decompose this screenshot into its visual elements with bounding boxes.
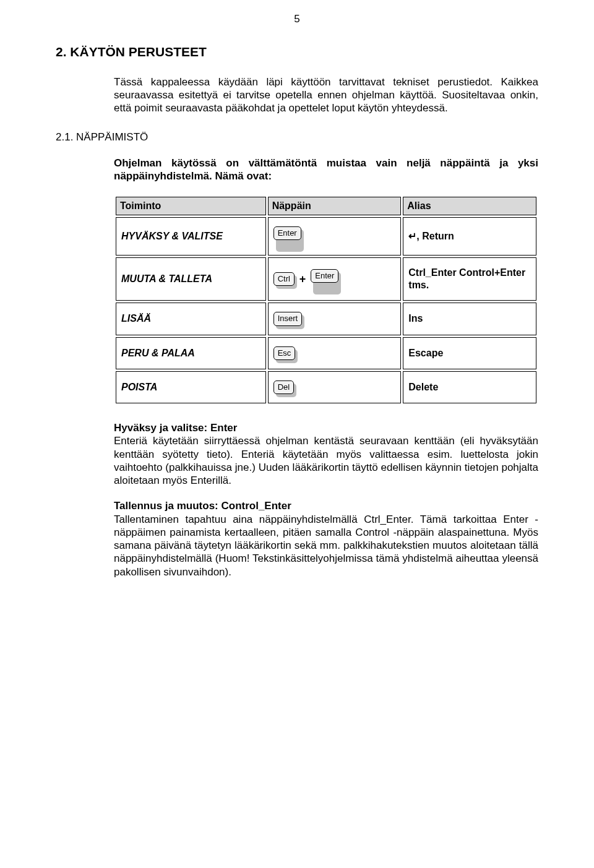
keycap-label: Del (273, 380, 295, 394)
th-action: Toiminto (116, 197, 266, 215)
th-alias: Alias (403, 197, 536, 215)
cell-action: LISÄÄ (116, 303, 266, 335)
table-row: POISTADelDelete (116, 371, 536, 403)
cell-key: Ctrl+Enter (268, 257, 402, 301)
keycap-icon: Ctrl (273, 272, 295, 286)
cell-action: PERU & PALAA (116, 337, 266, 369)
keycap-icon: Enter (311, 269, 338, 283)
cell-alias: Ins (403, 303, 536, 335)
keycap-label: Enter (273, 226, 301, 240)
page-title: 2. KÄYTÖN PERUSTEET (56, 44, 538, 60)
body-heading: Hyväksy ja valitse: Enter (114, 421, 538, 434)
keycap-icon: Insert (273, 312, 303, 325)
th-key: Näppäin (268, 197, 402, 215)
page-number: 5 (56, 12, 538, 25)
keycap-label: Esc (273, 346, 296, 360)
section-heading: 2.1. NÄPPÄIMISTÖ (56, 131, 538, 144)
table-row: MUUTA & TALLETACtrl+EnterCtrl_Enter Cont… (116, 257, 536, 301)
keycap-icon: Esc (273, 346, 296, 360)
table-row: PERU & PALAAEscEscape (116, 337, 536, 369)
body-heading: Tallennus ja muutos: Control_Enter (114, 499, 538, 512)
table-row: LISÄÄInsertIns (116, 303, 536, 335)
table-row: HYVÄKSY & VALITSEEnter↵, Return (116, 217, 536, 256)
cell-action: MUUTA & TALLETA (116, 257, 266, 301)
keycap-label: Insert (273, 312, 303, 325)
cell-alias: ↵, Return (403, 217, 536, 256)
keys-table: Toiminto Näppäin Alias HYVÄKSY & VALITSE… (114, 195, 538, 405)
keycap-icon: Del (273, 380, 295, 394)
body-paragraph: Tallentaminen tapahtuu aina näppäinyhdis… (114, 513, 538, 578)
cell-action: HYVÄKSY & VALITSE (116, 217, 266, 256)
cell-alias: Delete (403, 371, 536, 403)
cell-alias: Ctrl_Enter Control+Enter tms. (403, 257, 536, 301)
body-paragraph: Enteriä käytetään siirryttäessä ohjelman… (114, 434, 538, 487)
cell-key: Esc (268, 337, 402, 369)
intro-paragraph: Tässä kappaleessa käydään läpi käyttöön … (114, 75, 538, 115)
cell-key: Del (268, 371, 402, 403)
cell-action: POISTA (116, 371, 266, 403)
cell-key: Enter (268, 217, 402, 256)
cell-alias: Escape (403, 337, 536, 369)
keycap-label: Ctrl (273, 272, 295, 286)
keycap-icon: Enter (273, 226, 301, 240)
plus-icon: + (298, 272, 308, 286)
section-intro: Ohjelman käytössä on välttämätöntä muist… (114, 157, 538, 183)
cell-key: Insert (268, 303, 402, 335)
keycap-label: Enter (311, 269, 338, 283)
